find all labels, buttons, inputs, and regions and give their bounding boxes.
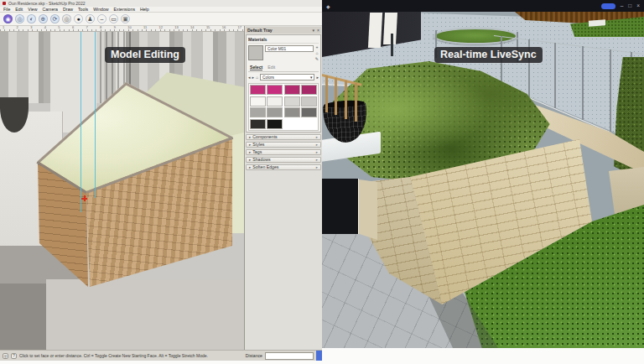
status-bar: ◎ ? Click to set face or enter distance.… xyxy=(0,350,322,361)
tray-collapsed-sections: ComponentsStylesTagsShadowsSoften Edges xyxy=(246,134,321,171)
railing-post xyxy=(554,43,556,108)
help-icon[interactable]: ? xyxy=(11,353,17,359)
tray-close-icon[interactable]: × xyxy=(317,28,319,33)
ruler-number-12: 12 xyxy=(159,26,163,29)
section-plane-icon[interactable]: ▣ xyxy=(121,14,130,23)
color-swatch[interactable] xyxy=(301,85,317,95)
walk-person-icon[interactable]: ♟ xyxy=(86,14,95,23)
menu-item-file[interactable]: File xyxy=(3,7,10,12)
window-bottom-strip xyxy=(322,348,644,364)
close-icon[interactable]: × xyxy=(636,3,640,9)
color-swatch[interactable] xyxy=(267,107,283,117)
collection-dropdown[interactable]: Colors ▾ xyxy=(260,74,314,81)
ruler-number-10: 10 xyxy=(127,26,131,29)
forward-icon[interactable]: ▸ xyxy=(252,75,255,80)
menu-item-help[interactable]: Help xyxy=(140,7,149,12)
status-accent-bar xyxy=(316,351,322,361)
materials-nav-row: ◂ ▸ ⌂ Colors ▾ ▸ xyxy=(248,74,319,81)
distance-measurement-box[interactable] xyxy=(265,352,314,360)
wood-railing-post xyxy=(325,75,328,112)
inference-guide-line xyxy=(80,32,81,212)
ruler-number-2: 2 xyxy=(17,26,18,29)
stone-step-wall xyxy=(359,179,377,240)
ruler-number-13: 13 xyxy=(174,26,178,29)
tray-pin-icon[interactable]: ▾ xyxy=(313,28,315,33)
wood-railing-post xyxy=(355,83,357,122)
default-material-icon[interactable]: ⌂ xyxy=(315,51,318,55)
create-material-icon[interactable]: + xyxy=(315,45,318,49)
color-swatch[interactable] xyxy=(284,107,300,117)
tab-edit[interactable]: Edit xyxy=(267,65,275,70)
color-swatch[interactable] xyxy=(284,96,300,107)
color-swatch[interactable] xyxy=(250,119,266,129)
model-editing-label: Model Editing xyxy=(105,47,185,63)
tray-section-soften-edges[interactable]: Soften Edges xyxy=(246,164,321,171)
style-dot-icon[interactable]: ● xyxy=(74,14,83,23)
orbit-sphere-icon[interactable]: ◉ xyxy=(3,14,13,23)
color-swatch[interactable] xyxy=(250,85,266,95)
line-tool-icon[interactable]: – xyxy=(97,14,106,23)
sketchup-3d-viewport[interactable] xyxy=(0,32,244,350)
sync-status-badge[interactable] xyxy=(601,3,615,9)
tray-section-styles[interactable]: Styles xyxy=(246,142,321,148)
titlebar: Oun Residence.skp - SketchUp Pro 2022 xyxy=(0,0,322,7)
zoom-extents-icon[interactable]: ◎ xyxy=(62,14,71,23)
orbit-icon[interactable]: ⟳ xyxy=(50,14,60,23)
tray-section-tags[interactable]: Tags xyxy=(246,149,321,156)
geolocation-icon[interactable]: ◎ xyxy=(3,353,8,359)
app-icon xyxy=(3,2,6,5)
deck-post xyxy=(391,34,393,56)
distance-label: Distance xyxy=(246,353,262,358)
minimize-icon[interactable]: – xyxy=(621,3,624,9)
ruler-number-1: 1 xyxy=(3,26,4,29)
camera-icon[interactable]: ◐ xyxy=(27,14,36,23)
menu-item-tools[interactable]: Tools xyxy=(78,7,88,12)
livesync-label: Real-time LiveSync xyxy=(434,47,543,63)
color-swatch[interactable] xyxy=(267,96,283,107)
materials-panel-title[interactable]: Materials xyxy=(248,36,319,44)
color-swatch[interactable] xyxy=(250,107,266,117)
pushpull-cursor-marker xyxy=(81,195,87,201)
menu-item-extensions[interactable]: Extensions xyxy=(114,7,135,12)
menu-item-window[interactable]: Window xyxy=(93,7,108,12)
dark-doorway xyxy=(322,179,359,234)
color-swatch[interactable] xyxy=(301,107,317,117)
menu-item-camera[interactable]: Camera xyxy=(42,7,57,12)
ruler-number-11: 11 xyxy=(143,26,147,29)
color-swatch[interactable] xyxy=(250,96,266,107)
menu-bar: FileEditViewCameraDrawToolsWindowExtensi… xyxy=(0,7,322,13)
screen: Oun Residence.skp - SketchUp Pro 2022 Fi… xyxy=(0,0,644,364)
sample-paint-icon[interactable]: ✎ xyxy=(315,57,319,61)
back-icon[interactable]: ◂ xyxy=(248,75,251,80)
material-preview-thumbnail[interactable] xyxy=(248,45,263,60)
ruler-number-17: 17 xyxy=(237,26,241,29)
livesync-render-window: ◆ – □ × xyxy=(322,0,644,364)
chevron-down-icon: ▾ xyxy=(310,75,312,80)
color-swatch[interactable] xyxy=(267,85,283,95)
tray-section-components[interactable]: Components xyxy=(246,134,321,141)
render-viewport[interactable]: Real-time LiveSync xyxy=(322,12,644,348)
materials-tabs: Select Edit xyxy=(248,64,319,72)
material-name-field[interactable]: Color M01 xyxy=(265,45,314,52)
window-title: Oun Residence.skp - SketchUp Pro 2022 xyxy=(8,1,85,6)
tab-select[interactable]: Select xyxy=(250,65,262,70)
color-swatch[interactable] xyxy=(301,96,317,107)
menu-item-draw[interactable]: Draw xyxy=(63,7,73,12)
tray-header: Default Tray ▾ × xyxy=(246,27,321,34)
menu-item-edit[interactable]: Edit xyxy=(15,7,23,12)
details-arrow-icon[interactable]: ▸ xyxy=(316,75,319,80)
maximize-icon[interactable]: □ xyxy=(628,3,631,9)
ruler-number-9: 9 xyxy=(114,26,116,29)
pan-icon[interactable]: ⊕ xyxy=(39,14,48,23)
eraser-icon[interactable]: ◎ xyxy=(15,14,24,23)
materials-panel: Materials Color M01 +⌂✎ Select Edit ◂ ▸ … xyxy=(246,34,321,133)
ruler-number-4: 4 xyxy=(44,26,46,29)
rectangle-tool-icon[interactable]: ▭ xyxy=(109,14,118,23)
color-swatch[interactable] xyxy=(284,85,300,95)
wood-railing-post xyxy=(345,81,347,119)
in-model-icon[interactable]: ⌂ xyxy=(256,75,258,80)
color-swatch[interactable] xyxy=(267,119,283,129)
tray-section-shadows[interactable]: Shadows xyxy=(246,157,321,164)
menu-item-view[interactable]: View xyxy=(28,7,37,12)
white-door-panel xyxy=(368,13,382,48)
